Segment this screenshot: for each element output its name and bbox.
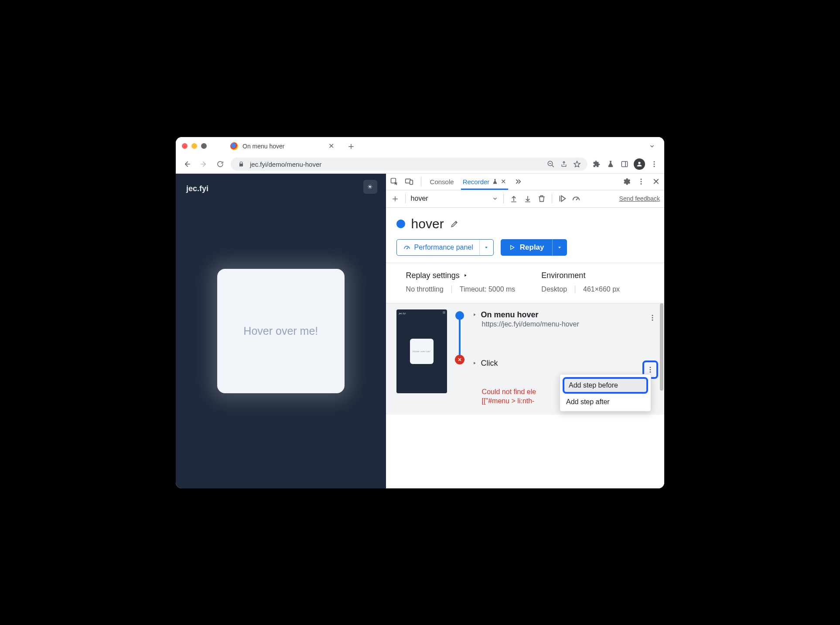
extensions-button[interactable] xyxy=(592,159,601,169)
environment-section: Environment Desktop 461×660 px xyxy=(541,271,620,293)
status-dot xyxy=(396,220,405,228)
svg-rect-7 xyxy=(410,180,413,185)
replay-dropdown[interactable] xyxy=(552,239,567,256)
slow-replay-button[interactable] xyxy=(571,194,581,203)
step-over-button[interactable] xyxy=(557,194,567,203)
close-icon[interactable]: ✕ xyxy=(327,142,335,151)
step-play-icon xyxy=(557,194,567,203)
person-icon xyxy=(636,161,643,168)
flask-icon xyxy=(492,179,498,185)
card-text: Hover over me! xyxy=(243,325,318,337)
select-element-button[interactable] xyxy=(389,177,399,186)
forward-button[interactable] xyxy=(198,158,210,170)
scrollbar[interactable] xyxy=(660,303,663,488)
trash-icon xyxy=(537,194,546,203)
performance-panel-button[interactable]: Performance panel xyxy=(396,239,494,256)
download-icon xyxy=(523,194,532,203)
device-toolbar-button[interactable] xyxy=(404,177,414,186)
close-icon[interactable]: ✕ xyxy=(501,178,506,185)
kebab-icon xyxy=(646,366,654,374)
recording-select[interactable]: hover xyxy=(411,195,498,203)
kebab-icon xyxy=(649,314,656,322)
profile-avatar[interactable] xyxy=(634,158,645,170)
tab-recorder[interactable]: Recorder ✕ xyxy=(461,173,509,190)
hover-card[interactable]: Hover over me! xyxy=(217,269,345,393)
triangle-right-icon xyxy=(472,312,477,317)
back-button[interactable] xyxy=(181,158,193,170)
delete-button[interactable] xyxy=(537,194,546,203)
window-zoom[interactable] xyxy=(201,143,207,149)
new-recording-button[interactable]: ＋ xyxy=(390,194,400,203)
step-menu-button[interactable] xyxy=(647,312,658,323)
replay-settings-section: Replay settings No throttling Timeout: 5… xyxy=(406,271,516,293)
performance-panel-dropdown[interactable] xyxy=(479,240,493,255)
svg-point-9 xyxy=(641,181,642,182)
kebab-icon xyxy=(637,178,645,185)
tab-console[interactable]: Console xyxy=(428,173,456,190)
triangle-down-icon xyxy=(484,245,489,250)
window-minimize[interactable] xyxy=(191,143,197,149)
svg-point-2 xyxy=(654,161,655,162)
labs-button[interactable] xyxy=(606,159,615,169)
svg-point-12 xyxy=(652,315,653,316)
zoom-out-icon[interactable] xyxy=(546,160,555,168)
sun-icon: ☀ xyxy=(367,183,373,190)
star-icon[interactable] xyxy=(573,160,581,168)
screenshot-thumbnail[interactable]: jec.fyi Hover over me! xyxy=(396,309,447,393)
close-devtools-button[interactable]: ✕ xyxy=(651,177,661,186)
reload-button[interactable] xyxy=(214,158,226,170)
tabs-overflow-button[interactable] xyxy=(646,140,658,152)
recording-title: hover xyxy=(411,216,444,231)
arrow-left-icon xyxy=(183,160,191,168)
address-bar[interactable]: jec.fyi/demo/menu-hover xyxy=(231,158,587,171)
step-navigate[interactable]: On menu hover https://jec.fyi/demo/menu-… xyxy=(472,309,658,332)
recorder-body: hover Performance panel xyxy=(386,208,664,488)
toolbar-actions xyxy=(592,158,659,170)
url-text: jec.fyi/demo/menu-hover xyxy=(250,161,542,168)
svg-point-15 xyxy=(650,367,651,368)
upload-icon xyxy=(509,194,518,203)
export-button[interactable] xyxy=(509,194,519,203)
favicon-icon xyxy=(230,142,238,150)
speedometer-icon xyxy=(403,244,411,251)
feedback-link[interactable]: Send feedback xyxy=(619,195,660,202)
flask-icon xyxy=(607,160,615,168)
devtools-menu-button[interactable] xyxy=(636,177,646,186)
menu-button[interactable] xyxy=(649,159,659,169)
svg-point-17 xyxy=(650,371,651,372)
timeline-error-dot xyxy=(455,355,464,364)
recorder-toolbar: ＋ hover xyxy=(386,190,664,208)
timeline-step-dot xyxy=(455,311,464,320)
share-icon[interactable] xyxy=(560,160,568,168)
step-click[interactable]: Click xyxy=(472,358,658,371)
svg-point-13 xyxy=(652,317,653,318)
speedometer-icon xyxy=(571,194,581,203)
devtools-panel: Console Recorder ✕ ✕ xyxy=(386,174,664,488)
settings-panel: Replay settings No throttling Timeout: 5… xyxy=(386,263,664,303)
kebab-icon xyxy=(650,160,658,168)
svg-point-4 xyxy=(654,166,655,167)
traffic-lights xyxy=(182,143,207,149)
throttling-value: No throttling xyxy=(406,285,444,293)
menu-add-step-after[interactable]: Add step after xyxy=(560,395,651,409)
devices-icon xyxy=(405,177,413,186)
settings-button[interactable] xyxy=(621,177,631,186)
more-tabs-button[interactable] xyxy=(513,177,523,186)
browser-window: On menu hover ✕ ＋ jec.fyi/demo/menu-hove… xyxy=(176,137,664,488)
new-tab-button[interactable]: ＋ xyxy=(345,140,357,152)
lock-icon xyxy=(237,160,246,168)
scrollbar-thumb[interactable] xyxy=(660,303,663,391)
edit-title-button[interactable] xyxy=(450,220,459,228)
menu-add-step-before[interactable]: Add step before xyxy=(563,377,648,394)
svg-point-14 xyxy=(652,319,653,320)
panel-button[interactable] xyxy=(620,159,629,169)
recording-name: hover xyxy=(411,195,428,203)
svg-rect-1 xyxy=(621,161,628,167)
replay-button[interactable]: Replay xyxy=(501,239,567,256)
theme-toggle-button[interactable]: ☀ xyxy=(363,180,377,194)
import-button[interactable] xyxy=(523,194,533,203)
window-close[interactable] xyxy=(182,143,188,149)
replay-settings-toggle[interactable]: Replay settings xyxy=(406,271,516,280)
browser-tab[interactable]: On menu hover ✕ xyxy=(225,139,341,154)
recorder-header: hover Performance panel xyxy=(386,208,664,263)
